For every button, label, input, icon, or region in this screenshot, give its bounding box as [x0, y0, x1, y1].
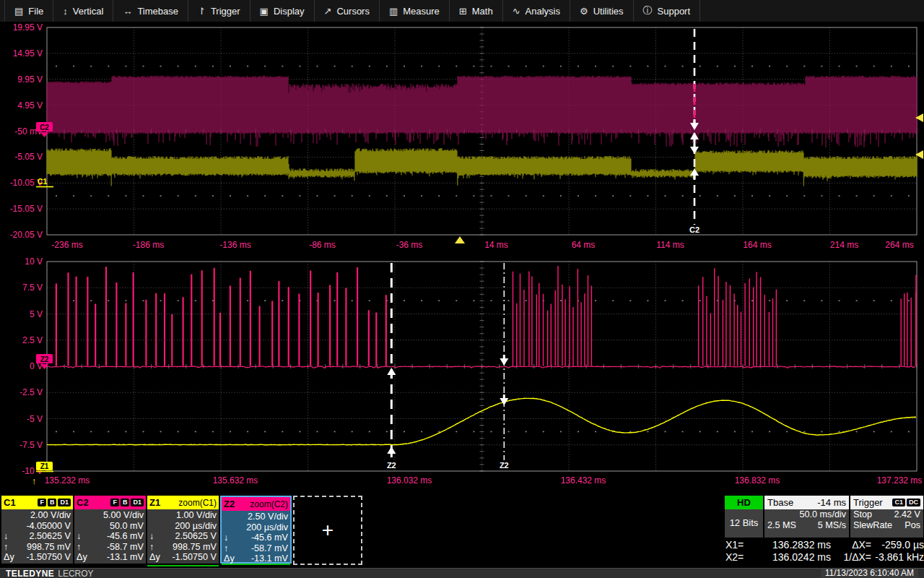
row-value: -13.1 mV	[241, 553, 288, 564]
menu-item-label: Support	[658, 6, 691, 17]
svg-text:Z2: Z2	[40, 355, 49, 363]
channel-descriptor-z1[interactable]: Z1zoom(C1)1.00 V/div200 µs/div↓2.50625 V…	[147, 496, 219, 564]
row-symbol: Δy	[77, 552, 94, 563]
menu-item-vertical[interactable]: ↕Vertical	[53, 0, 113, 22]
svg-text:-236 ms: -236 ms	[51, 240, 82, 250]
support-icon: ⓘ	[643, 4, 653, 17]
menu-item-label: Analysis	[526, 6, 560, 17]
row-value: 1.00 V/div	[167, 510, 217, 521]
menu-item-math[interactable]: ⊞Math	[450, 0, 503, 22]
descriptor-row: Δy-1.50750 V	[4, 552, 71, 563]
row-symbol: ↓	[77, 531, 94, 542]
hd-mode-box[interactable]: HD 12 Bits	[725, 496, 763, 538]
trigger-slope: Pos	[905, 520, 920, 531]
menu-item-display[interactable]: ▣Display	[250, 0, 315, 22]
row-value: -4.05000 V	[21, 521, 71, 532]
z2-pulse-burst	[699, 268, 777, 366]
trigger-title: Trigger	[853, 497, 883, 508]
svg-text:↑: ↑	[32, 475, 37, 486]
svg-text:Z1: Z1	[40, 462, 49, 470]
descriptor-row: ↓2.50625 V	[4, 531, 71, 542]
tbase-samples: 2.5 MS	[767, 520, 796, 531]
row-value: -1.50750 V	[167, 552, 217, 563]
trigger-time-marker[interactable]	[455, 236, 465, 243]
z2-pulse-burst	[901, 275, 916, 366]
row-value: 998.75 mV	[167, 542, 217, 553]
svg-text:-2.5 V: -2.5 V	[19, 387, 43, 397]
svg-text:-20.05 V: -20.05 V	[10, 230, 43, 240]
row-symbol: ↓	[149, 531, 167, 542]
row-value: -13.1 mV	[94, 552, 144, 563]
trigger-coupling-badge: DC	[907, 499, 920, 507]
zoom-source-label: zoom(C1)	[178, 498, 217, 508]
file-icon: ▤	[14, 6, 23, 17]
measure-icon: ▥	[389, 6, 398, 17]
svg-text:-36 ms: -36 ms	[396, 240, 423, 250]
menu-item-utilities[interactable]: ⚙Utilities	[570, 0, 634, 22]
svg-text:9.95 V: 9.95 V	[17, 74, 43, 85]
channel-badge-f: F	[38, 499, 46, 507]
svg-text:19.95 V: 19.95 V	[13, 23, 43, 33]
menu-bar: ▤File↕Vertical↔Timebase↾Trigger▣Display↗…	[0, 0, 924, 22]
svg-text:14.95 V: 14.95 V	[13, 48, 43, 59]
descriptor-area: + HD 12 Bits Tbase -14 ms 50.0 ms/div 2.…	[0, 494, 924, 568]
channel-badge-b: B	[121, 499, 130, 507]
row-symbol: ↑	[224, 543, 241, 554]
row-symbol	[224, 522, 241, 533]
row-value: 200 µs/div	[167, 521, 217, 532]
tbase-scale: 50.0 ms/div	[800, 509, 846, 520]
menu-item-support[interactable]: ⓘSupport	[634, 0, 701, 22]
descriptor-row: Δy-13.1 mV	[77, 552, 144, 563]
descriptor-row: Δy-13.1 mV	[224, 553, 288, 564]
descriptor-row: Δy-1.50750 V	[149, 552, 217, 563]
descriptor-row: ↑998.75 mV	[4, 542, 71, 553]
c1-zero-marker[interactable]: C1	[36, 177, 53, 187]
plus-icon: +	[322, 519, 334, 542]
top-x-axis-labels: -236 ms-186 ms-136 ms-86 ms-36 ms14 ms64…	[51, 240, 913, 250]
status-bar: TELEDYNE LECROY 11/13/2023 6:10:40 AM	[0, 568, 924, 578]
descriptor-row: ↑998.75 mV	[149, 542, 217, 553]
timebase-icon: ↔	[123, 6, 132, 17]
menu-item-trigger[interactable]: ↾Trigger	[188, 0, 250, 22]
descriptor-row: ↓-45.6 mV	[224, 532, 288, 543]
trigger-box[interactable]: Trigger C1 DC Stop 2.42 V SlewRate Pos	[850, 496, 923, 538]
row-symbol	[149, 510, 167, 521]
timebase-box[interactable]: Tbase -14 ms 50.0 ms/div 2.5 MS 5 MS/s	[764, 496, 849, 538]
row-symbol: ↓	[4, 531, 21, 542]
descriptor-row: ↑-58.7 mV	[224, 543, 288, 554]
svg-text:2.5 V: 2.5 V	[22, 335, 43, 345]
row-value: -45.6 mV	[94, 531, 144, 542]
tbase-rate: 5 MS/s	[818, 520, 846, 531]
tbase-offset: -14 ms	[817, 497, 846, 508]
menu-item-measure[interactable]: ▥Measure	[380, 0, 450, 22]
channel-badge-d1: D1	[131, 499, 144, 507]
hd-bits: 12 Bits	[725, 509, 763, 537]
trigger-source-badge: C1	[892, 499, 905, 507]
row-symbol: ↓	[224, 532, 241, 543]
add-trace-button[interactable]: +	[293, 496, 362, 565]
channel-descriptor-c2[interactable]: C2FBD15.00 V/div50.0 mV↓-45.6 mV↑-58.7 m…	[74, 496, 146, 564]
menu-item-cursors[interactable]: ↗Cursors	[315, 0, 380, 22]
channel-descriptor-c1[interactable]: C1FBD12.00 V/div-4.05000 V↓2.50625 V↑998…	[1, 496, 73, 564]
menu-item-label: File	[28, 6, 43, 17]
svg-text:-15.05 V: -15.05 V	[10, 204, 43, 214]
svg-text:-5.05 V: -5.05 V	[14, 152, 43, 162]
bottom-x-axis-labels: 135.232 ms135.632 ms136.032 ms136.432 ms…	[45, 475, 923, 486]
menu-item-file[interactable]: ▤File	[4, 0, 53, 22]
dx-label: ΔX=	[831, 539, 871, 551]
menu-item-analysis[interactable]: ∿Analysis	[503, 0, 570, 22]
menu-item-timebase[interactable]: ↔Timebase	[113, 0, 188, 22]
trace-active-underline	[222, 564, 290, 565]
menu-item-label: Display	[274, 6, 305, 17]
svg-text:264 ms: 264 ms	[885, 240, 913, 250]
trace-active-underline	[147, 565, 219, 566]
menu-item-label: Utilities	[593, 6, 624, 17]
row-symbol: ↑	[4, 542, 21, 553]
dx-value: -259.0 µs	[871, 539, 924, 551]
row-value: 2.50625 V	[21, 531, 71, 542]
c1-trace	[47, 148, 917, 186]
utilities-icon: ⚙	[580, 6, 588, 17]
row-value: 2.50625 V	[167, 531, 217, 542]
channel-descriptor-z2[interactable]: Z2zoom(C2)2.50 V/div200 µs/div↓-45.6 mV↑…	[220, 496, 292, 564]
descriptor-row: ↓2.50625 V	[149, 531, 217, 542]
